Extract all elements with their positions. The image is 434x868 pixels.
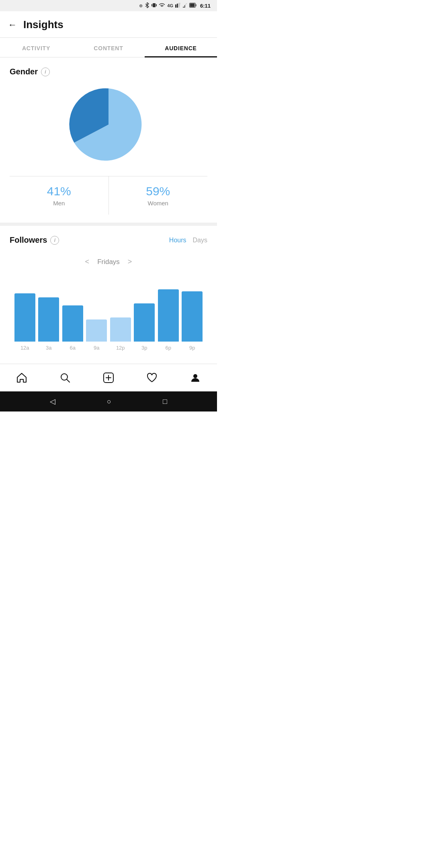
svg-rect-3 bbox=[175, 4, 176, 8]
location-icon: ⊕ bbox=[139, 3, 143, 8]
svg-rect-8 bbox=[196, 4, 197, 6]
bar-3a bbox=[38, 297, 59, 342]
nav-search[interactable] bbox=[57, 370, 73, 386]
bar-label-9p: 9p bbox=[180, 345, 205, 351]
men-stat: 41% Men bbox=[10, 176, 109, 215]
section-divider bbox=[0, 223, 217, 226]
gender-info-icon[interactable]: i bbox=[41, 68, 50, 76]
followers-header: Followers i Hours Days bbox=[10, 235, 207, 245]
bar-group-12a bbox=[14, 293, 35, 342]
bar-label-12p: 12p bbox=[108, 345, 133, 351]
bar-chart bbox=[10, 277, 207, 342]
women-label: Women bbox=[109, 200, 208, 207]
vibrate-icon bbox=[151, 2, 157, 9]
bar-12p bbox=[110, 317, 131, 342]
followers-title-group: Followers i bbox=[10, 235, 59, 245]
bar-group-9a bbox=[86, 319, 107, 342]
tab-content[interactable]: CONTENT bbox=[72, 38, 145, 57]
bar-6p bbox=[158, 289, 179, 342]
svg-rect-1 bbox=[151, 4, 152, 6]
bar-label-6p: 6p bbox=[156, 345, 180, 351]
tab-bar: ACTIVITY CONTENT AUDIENCE bbox=[0, 38, 217, 57]
battery-icon bbox=[189, 3, 197, 8]
men-label: Men bbox=[10, 200, 108, 207]
bar-label-6a: 6a bbox=[61, 345, 85, 351]
bluetooth-icon bbox=[145, 2, 149, 9]
bar-12a bbox=[14, 293, 35, 342]
nav-home[interactable] bbox=[14, 370, 30, 386]
status-bar: ⊕ 4G bbox=[0, 0, 217, 11]
tab-activity[interactable]: ACTIVITY bbox=[0, 38, 72, 57]
prev-day-button[interactable]: < bbox=[85, 258, 90, 266]
svg-rect-4 bbox=[177, 4, 178, 8]
followers-title: Followers bbox=[10, 235, 47, 245]
day-selector: < Fridays > bbox=[10, 253, 207, 277]
bar-group-3p bbox=[134, 303, 155, 342]
status-icons: ⊕ 4G bbox=[139, 2, 211, 9]
gender-section: Gender i 41% Men 59% Women bbox=[0, 57, 217, 215]
back-button[interactable]: ← bbox=[8, 20, 17, 30]
bar-group-9p bbox=[182, 291, 203, 342]
bar-label-3p: 3p bbox=[133, 345, 157, 351]
next-day-button[interactable]: > bbox=[128, 258, 132, 266]
page-title: Insights bbox=[23, 18, 63, 31]
signal2-icon bbox=[182, 3, 187, 8]
followers-toggle: Hours Days bbox=[169, 237, 207, 244]
bar-6a bbox=[62, 305, 83, 342]
gender-pie-chart bbox=[10, 84, 207, 165]
followers-section: Followers i Hours Days < Fridays > 12a3a… bbox=[0, 226, 217, 354]
wifi-icon bbox=[159, 3, 165, 8]
nav-profile[interactable] bbox=[187, 370, 203, 386]
gender-stats: 41% Men 59% Women bbox=[10, 176, 207, 215]
bottom-nav bbox=[0, 364, 217, 391]
bar-9p bbox=[182, 291, 203, 342]
bar-group-6p bbox=[158, 289, 179, 342]
tab-audience[interactable]: AUDIENCE bbox=[145, 38, 217, 57]
women-stat: 59% Women bbox=[109, 176, 208, 215]
android-nav-bar: ◁ ○ □ bbox=[0, 391, 217, 411]
toggle-days[interactable]: Days bbox=[193, 237, 207, 244]
pie-svg bbox=[68, 84, 149, 165]
svg-point-15 bbox=[193, 374, 197, 378]
android-home[interactable]: ○ bbox=[107, 397, 111, 406]
signal-icon bbox=[175, 3, 180, 8]
svg-rect-2 bbox=[156, 4, 157, 6]
svg-rect-9 bbox=[190, 4, 194, 7]
bar-3p bbox=[134, 303, 155, 342]
bar-labels: 12a3a6a9a12p3p6p9p bbox=[10, 345, 207, 354]
bar-label-3a: 3a bbox=[37, 345, 61, 351]
gender-section-title: Gender i bbox=[10, 67, 207, 76]
status-time: 6:11 bbox=[200, 3, 211, 9]
bar-9a bbox=[86, 319, 107, 342]
android-back[interactable]: ◁ bbox=[50, 397, 55, 406]
men-percent: 41% bbox=[10, 184, 108, 198]
nav-activity[interactable] bbox=[144, 370, 160, 386]
bar-group-6a bbox=[62, 305, 83, 342]
android-recent[interactable]: □ bbox=[163, 397, 167, 406]
bar-group-3a bbox=[38, 297, 59, 342]
current-day-label: Fridays bbox=[97, 258, 120, 266]
bar-label-12a: 12a bbox=[13, 345, 37, 351]
nav-add[interactable] bbox=[100, 370, 117, 386]
bar-group-12p bbox=[110, 317, 131, 342]
4g-label: 4G bbox=[167, 3, 173, 8]
bar-label-9a: 9a bbox=[85, 345, 109, 351]
women-percent: 59% bbox=[109, 184, 208, 198]
svg-line-11 bbox=[67, 379, 70, 382]
toggle-hours[interactable]: Hours bbox=[169, 237, 186, 244]
followers-info-icon[interactable]: i bbox=[50, 236, 59, 245]
header: ← Insights bbox=[0, 11, 217, 38]
svg-rect-0 bbox=[153, 3, 156, 7]
